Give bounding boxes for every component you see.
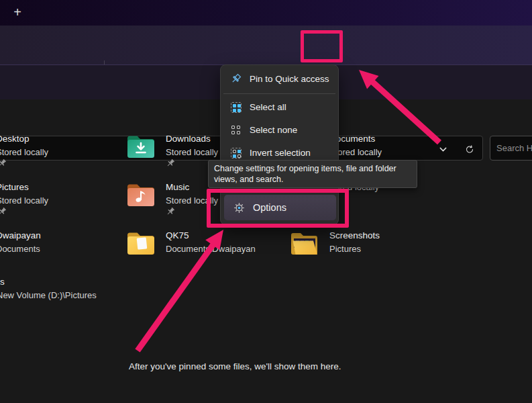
menu-item-select-all[interactable]: Select all bbox=[221, 96, 338, 118]
select-all-icon bbox=[230, 101, 242, 113]
tile-screenshots[interactable]: Screenshots Pictures bbox=[288, 227, 380, 262]
pin-icon bbox=[0, 159, 7, 168]
tile-pictures[interactable]: Pictures Stored locally bbox=[0, 179, 48, 208]
refresh-icon bbox=[465, 144, 474, 155]
pin-icon bbox=[166, 207, 175, 216]
chevron-down-icon bbox=[439, 145, 447, 154]
item-subtitle: Pictures bbox=[329, 242, 380, 256]
search-input[interactable]: Search Ho bbox=[490, 136, 532, 161]
qk75-folder-icon bbox=[125, 227, 157, 262]
tooltip-line: Change settings for opening items, file … bbox=[214, 163, 411, 174]
refresh-button[interactable] bbox=[461, 142, 478, 156]
menu-item-label: Pin to Quick access bbox=[250, 74, 329, 84]
downloads-folder-icon bbox=[125, 130, 157, 165]
tooltip-line: views, and search. bbox=[214, 174, 411, 185]
item-subtitle: Documents bbox=[0, 242, 41, 256]
item-subtitle: Stored locally bbox=[0, 146, 48, 159]
item-name: Pictures bbox=[0, 181, 48, 194]
pinned-files-hint: After you've pinned some files, we'll sh… bbox=[129, 361, 341, 371]
menu-item-pin-to-quick-access[interactable]: Pin to Quick access bbox=[221, 68, 338, 90]
tile-qk75[interactable]: QK75 Documents\Dwaipayan bbox=[125, 227, 256, 262]
item-name: Dwaipayan bbox=[0, 229, 41, 242]
item-subtitle: Stored locally bbox=[0, 194, 48, 208]
item-subtitle: Documents\Dwaipayan bbox=[166, 242, 256, 256]
search-placeholder: Search Ho bbox=[496, 143, 532, 153]
options-tooltip: Change settings for opening items, file … bbox=[208, 160, 417, 188]
pin-icon bbox=[166, 159, 175, 168]
music-folder-icon bbox=[125, 179, 157, 214]
menu-item-label: Select none bbox=[250, 125, 297, 135]
menu-item-select-none[interactable]: Select none bbox=[221, 119, 338, 141]
title-bar: + bbox=[0, 0, 532, 26]
file-explorer-window: + A bbox=[0, 0, 532, 403]
item-name: Screenshots bbox=[329, 229, 380, 242]
new-tab-button[interactable]: + bbox=[10, 4, 25, 20]
tile-d-drive-pictures[interactable]: ls New Volume (D:)\Pictures bbox=[0, 273, 97, 302]
menu-item-label: Invert selection bbox=[250, 148, 311, 158]
screenshots-folder-icon bbox=[288, 227, 321, 262]
item-subtitle: New Volume (D:)\Pictures bbox=[0, 289, 97, 302]
item-name: QK75 bbox=[166, 229, 256, 242]
item-subtitle: Stored locally bbox=[166, 146, 218, 159]
item-name: Desktop bbox=[0, 132, 48, 146]
menu-separator bbox=[223, 93, 335, 94]
select-none-icon bbox=[230, 124, 242, 136]
item-name: ls bbox=[0, 275, 97, 289]
address-dropdown-button[interactable] bbox=[434, 142, 451, 156]
invert-selection-icon bbox=[230, 147, 242, 159]
command-toolbar: A bbox=[0, 26, 532, 64]
pin-icon bbox=[230, 73, 242, 85]
tile-dwaipayan[interactable]: Dwaipayan Documents bbox=[0, 227, 41, 256]
item-name: Downloads bbox=[166, 132, 218, 146]
highlight-box-options bbox=[207, 189, 349, 228]
highlight-box-see-more bbox=[301, 30, 343, 62]
menu-item-label: Select all bbox=[250, 102, 286, 112]
pin-icon bbox=[0, 207, 7, 216]
tile-desktop[interactable]: Desktop Stored locally bbox=[0, 130, 48, 159]
